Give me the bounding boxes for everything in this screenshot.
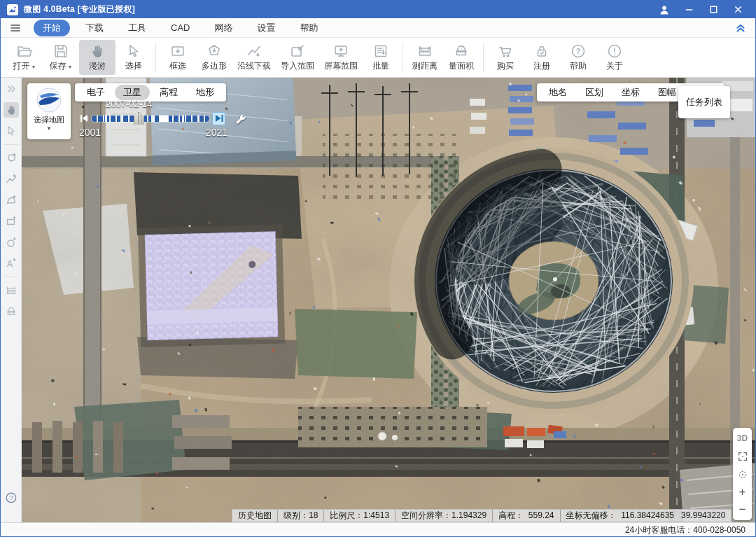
chevron-down-icon: ▼ [46,127,52,131]
status-elevation: 高程： 559.24 [492,510,559,522]
zoom-out-button[interactable]: − [739,505,746,515]
maximize-button[interactable] [708,4,719,15]
polygon-download-icon [206,43,223,60]
timeline-settings-icon[interactable] [234,113,246,124]
select-button[interactable]: 选择 [115,40,152,75]
toolbar-divider [402,43,403,72]
window-title: 微图 4.0Beta [专业版已授权] [24,4,135,15]
tab-districts[interactable]: 区划 [577,85,612,100]
map-nav-strip: 3D + − [733,428,752,520]
svg-text:A: A [6,259,13,269]
draw-circle-icon[interactable] [4,235,19,250]
satellite-map-canvas[interactable] [22,78,755,522]
folder-icon [16,43,33,60]
shopping-cart-icon [497,43,514,60]
measure-area-icon[interactable] [4,304,19,319]
menu-bar: 开始 下载 工具 CAD 网络 设置 帮助 [1,18,755,38]
timeline-start-year: 2001 [79,127,101,138]
toolbar-divider [155,43,156,72]
draw-shape-icon[interactable] [4,193,19,208]
footer-bar: 24小时客服电话：400-028-0050 [1,522,755,537]
timeline-end-year: 2021 [206,127,227,138]
sidebar-divider [4,277,18,277]
draw-polyline-icon[interactable] [4,172,19,187]
sidebar-divider [4,144,18,145]
menu-item-cad[interactable]: CAD [162,20,199,35]
app-window: 微图 4.0Beta [专业版已授权] 开始 下载 工具 CAD 网络 设置 [0,0,756,537]
fullscreen-icon[interactable] [737,451,748,462]
toggle-3d-button[interactable]: 3D [737,433,748,443]
batch-button[interactable]: 批量 [363,40,399,75]
timeline-prev-button[interactable] [79,113,89,123]
draw-rectangle-icon[interactable] [4,214,19,229]
status-resolution: 空间分辨率：1.194329 [395,510,492,522]
timeline-slider[interactable] [92,116,209,122]
measure-distance-button[interactable]: 测距离 [407,40,443,75]
window-controls [659,4,749,15]
menu-item-settings[interactable]: 设置 [248,20,284,36]
help-button[interactable]: ? 帮助 [560,40,596,75]
map-viewport[interactable]: 选择地图 ▼ 电子 卫星 高程 地形 2007-02-14 [22,78,755,522]
distance-ruler-icon [416,43,433,60]
box-select-download-button[interactable]: 框选 [160,40,196,75]
pan-button[interactable]: 漫游 [79,40,115,75]
menu-item-start[interactable]: 开始 [34,20,70,36]
locate-icon[interactable] [737,469,748,480]
menu-item-tools[interactable]: 工具 [119,20,155,36]
layer-tab-elevation[interactable]: 高程 [151,85,186,100]
timeline-next-button[interactable] [212,112,225,125]
toolbar-divider [483,43,484,72]
user-account-icon[interactable] [659,4,670,15]
layer-tab-terrain[interactable]: 地形 [188,85,223,100]
area-ruler-icon: ? [453,43,470,60]
save-button[interactable]: 保存▼ [43,40,79,75]
measure-area-button[interactable]: ? 量面积 [443,40,479,75]
hand-icon [89,43,106,60]
left-tool-sidebar: A ? [1,78,22,522]
draw-polygon-icon[interactable] [4,151,19,166]
screen-extent-button[interactable]: 屏幕范围 [319,40,363,75]
question-circle-icon: ? [570,43,587,60]
screen-extent-icon [332,43,349,60]
collapse-ribbon-icon[interactable] [734,22,747,34]
expand-panel-icon[interactable] [4,81,19,97]
menu-item-help[interactable]: 帮助 [290,20,327,36]
hamburger-menu-icon[interactable] [9,22,22,34]
box-download-icon [169,43,186,60]
polygon-download-button[interactable]: 多边形 [196,40,232,75]
menu-item-download[interactable]: 下载 [76,20,113,36]
purchase-button[interactable]: 购买 [487,40,524,75]
help-circle-icon[interactable]: ? [4,490,19,505]
tab-coordinates[interactable]: 坐标 [613,85,648,100]
about-button[interactable]: 关于 [596,40,633,75]
add-text-icon[interactable]: A [4,256,19,271]
layer-tab-vector[interactable]: 电子 [78,85,113,100]
timeline-slider-handle[interactable] [134,112,144,125]
task-list-button[interactable]: 任务列表 [678,86,730,118]
menu-item-network[interactable]: 网络 [205,20,241,36]
layer-tab-satellite[interactable]: 卫星 [115,85,150,100]
open-button[interactable]: 打开▼ [6,40,43,75]
status-scale: 比例尺：1:4513 [323,510,395,522]
select-tool-icon[interactable] [4,123,19,139]
polyline-download-icon [246,43,262,60]
import-extent-button[interactable]: 导入范围 [276,40,319,75]
timeline-date-label: 2007-02-14 [106,99,254,109]
cursor-icon [125,43,142,60]
map-picker-card[interactable]: 选择地图 ▼ [27,83,71,139]
ribbon-toolbar: 打开▼ 保存▼ 漫游 选择 框选 [1,38,755,78]
minimize-button[interactable] [684,4,694,15]
register-button[interactable]: 注册 [524,40,560,75]
zoom-in-button[interactable]: + [739,487,746,497]
service-hotline: 24小时客服电话：400-028-0050 [625,524,746,536]
map-provider-logo [36,87,62,113]
tab-place-names[interactable]: 地名 [540,85,575,100]
batch-list-icon [372,43,389,60]
status-coordinates: 坐标无偏移： 116.38424635 39.9943220 [560,510,732,522]
along-line-download-button[interactable]: 沿线下载 [232,40,276,75]
status-map-type: 历史地图 [232,510,277,522]
measure-distance-icon[interactable] [4,283,19,298]
close-button[interactable] [733,4,743,15]
pan-tool-icon[interactable] [4,102,19,118]
svg-text:?: ? [9,494,13,501]
